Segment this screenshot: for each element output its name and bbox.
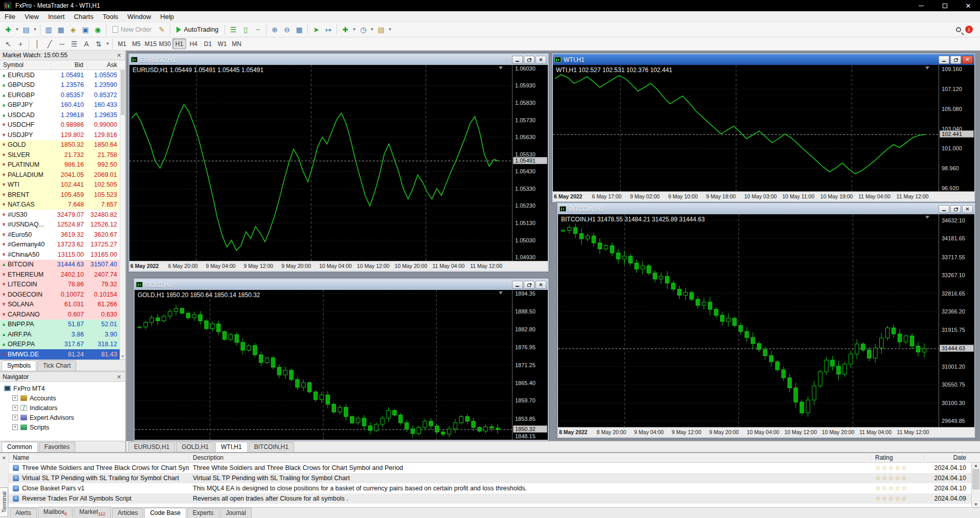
market-watch-row[interactable]: ▼ETHEREUM2402.102407.74 xyxy=(0,269,120,280)
market-watch-row[interactable]: ▼PALLADIUM2041.052069.01 xyxy=(0,170,120,180)
market-watch-row[interactable]: ▲GBPUSD1.235761.23590 xyxy=(0,80,120,91)
market-watch-row[interactable]: ▼DOGECOIN0.100720.10154 xyxy=(0,289,120,300)
chart-window-bitcoin-titlebar[interactable]: BITCOIN,H1 ✕ xyxy=(558,204,974,214)
chart-minimize-button[interactable] xyxy=(939,56,949,64)
chart-restore-button[interactable] xyxy=(524,56,534,64)
chart-tab-gold-h1[interactable]: GOLD,H1 xyxy=(176,442,214,452)
line-chart-mode-button[interactable]: ~ xyxy=(252,24,264,36)
market-watch-row[interactable]: ▼#Euro503619.323620.67 xyxy=(0,230,120,240)
terminal-tab-market[interactable]: Market112 xyxy=(74,507,111,518)
chart-window-wti-titlebar[interactable]: WTI,H1 ✕ xyxy=(553,54,974,65)
chart-minimize-button[interactable] xyxy=(512,56,523,64)
timeframe-m1-button[interactable]: M1 xyxy=(115,38,129,49)
terminal-tab-experts[interactable]: Experts xyxy=(187,508,219,518)
navigator-close-icon[interactable]: ✕ xyxy=(115,374,123,380)
price-scale[interactable]: 34632.1034181.6533717.5533267.1032816.65… xyxy=(939,214,974,427)
column-header-date[interactable]: Date xyxy=(924,454,971,461)
market-watch-row[interactable]: ▼#US3032479.0732480.82 xyxy=(0,210,120,220)
tab-favorites[interactable]: Favorites xyxy=(39,442,75,452)
fibonacci-tool-button[interactable]: ☰ xyxy=(68,38,80,50)
metaeditor-button[interactable]: ✎ xyxy=(155,24,168,36)
cursor-tool-button[interactable]: ↖ xyxy=(2,38,14,50)
new-chart-dropdown[interactable]: ▼ xyxy=(14,24,20,36)
codebase-row[interactable]: ≡Virtual SL TP Pending with SL Trailing … xyxy=(9,473,971,483)
expand-icon[interactable]: + xyxy=(12,415,18,420)
bitcoin-chart-area[interactable]: BITCOIN,H1 31478.55 31484.21 31425.89 31… xyxy=(558,214,974,437)
trendline-tool-button[interactable]: ╱ xyxy=(43,38,56,50)
chart-close-button[interactable]: ✕ xyxy=(962,56,973,64)
indicators-button[interactable]: ✚ xyxy=(339,24,351,36)
menu-help[interactable]: Help xyxy=(155,12,179,21)
market-watch-row[interactable]: ▼SILVER21.73221.758 xyxy=(0,150,120,160)
market-watch-row[interactable]: ▼BMWG.DE81.2481.43 xyxy=(0,349,120,359)
market-watch-row[interactable]: ▼WTI102.441102.505 xyxy=(0,180,120,190)
chart-shift-button[interactable]: ↦ xyxy=(322,24,335,36)
terminal-tab-alerts[interactable]: Alerts xyxy=(10,508,37,518)
periods-dropdown[interactable]: ▼ xyxy=(369,24,375,36)
market-watch-row[interactable]: ▲EURGBP0.853570.85372 xyxy=(0,90,120,100)
menu-insert[interactable]: Insert xyxy=(43,12,70,21)
terminal-side-tab[interactable]: Terminal xyxy=(1,487,8,517)
navigator-toggle[interactable]: ◈ xyxy=(67,24,79,36)
chart-tab-wti-h1[interactable]: WTI,H1 xyxy=(215,442,248,452)
column-header-description[interactable]: Description xyxy=(189,454,871,461)
tile-windows-button[interactable]: ▦ xyxy=(293,24,305,36)
menu-charts[interactable]: Charts xyxy=(69,12,98,21)
chart-restore-button[interactable] xyxy=(524,281,534,289)
text-tool-button[interactable]: A xyxy=(80,38,93,50)
market-watch-row[interactable]: ▼GOLD1850.321850.64 xyxy=(0,140,120,150)
market-watch-row[interactable]: ▼PLATINUM986.16992.50 xyxy=(0,160,120,170)
expand-icon[interactable]: + xyxy=(12,424,18,430)
maximize-button[interactable] xyxy=(933,0,956,11)
timeframe-h4-button[interactable]: H4 xyxy=(187,38,201,49)
menu-tools[interactable]: Tools xyxy=(98,12,123,21)
terminal-toggle[interactable]: ▣ xyxy=(79,24,92,36)
titlebar[interactable]: FxPro - MetaTrader 4 - WTI,H1 ✕ xyxy=(0,0,980,11)
market-watch-row[interactable]: ▼LITECOIN78.8679.32 xyxy=(0,280,120,290)
market-watch-toggle[interactable]: ▥ xyxy=(42,24,55,36)
menu-window[interactable]: Window xyxy=(123,12,155,21)
chart-tab-bitcoin-h1[interactable]: BITCOIN,H1 xyxy=(249,442,294,452)
timeframe-d1-button[interactable]: D1 xyxy=(201,38,215,49)
tab-symbols[interactable]: Symbols xyxy=(2,361,36,371)
market-watch-row[interactable]: ▼#Germany4013723.6213725.27 xyxy=(0,240,120,250)
chart-close-button[interactable]: ✕ xyxy=(536,281,546,289)
scroll-up-icon[interactable]: ▲ xyxy=(972,463,980,468)
navigator-titlebar[interactable]: Navigator ✕ xyxy=(0,372,125,382)
market-watch-titlebar[interactable]: Market Watch: 15:00:55 ✕ xyxy=(0,51,125,60)
column-header-ask[interactable]: Ask xyxy=(87,61,125,69)
tree-item-accounts[interactable]: +Accounts xyxy=(0,393,125,403)
menu-file[interactable]: File xyxy=(0,12,20,21)
tab-common[interactable]: Common xyxy=(2,442,38,452)
profiles-dropdown[interactable]: ▼ xyxy=(32,24,38,36)
chart-window-eurusd-titlebar[interactable]: EURUSD,H1 ✕ xyxy=(129,54,548,65)
market-watch-scrollbar[interactable]: ˅ xyxy=(120,70,125,359)
bar-chart-mode-button[interactable]: ☰ xyxy=(227,24,239,36)
templates-button[interactable]: ▤ xyxy=(375,24,387,36)
chart-window-gold-titlebar[interactable]: GOLD,H1 ✕ xyxy=(135,279,548,290)
indicators-dropdown[interactable]: ▼ xyxy=(351,24,357,36)
arrows-tool-button[interactable]: ⇅ xyxy=(93,38,105,50)
column-header-bid[interactable]: Bid xyxy=(51,61,87,69)
terminal-tab-articles[interactable]: Articles xyxy=(112,508,143,518)
market-watch-row[interactable]: ▼BRENT105.459105.523 xyxy=(0,190,120,200)
codebase-row[interactable]: ≡Reverse Trades For All Symbols ScriptRe… xyxy=(9,493,971,504)
arrows-tool-dropdown[interactable]: ▼ xyxy=(105,38,110,50)
time-scale[interactable]: 6 May 20226 May 20:009 May 04:009 May 12… xyxy=(129,261,548,271)
autotrading-button[interactable]: AutoTrading xyxy=(172,24,222,36)
codebase-row[interactable]: ≡Close Basket Pairs v1This MQL4 EA is de… xyxy=(9,483,971,493)
terminal-tab-mailbox[interactable]: Mailbox6 xyxy=(38,507,73,518)
tree-root-item[interactable]: FxPro MT4 xyxy=(0,384,125,393)
tree-item-scripts[interactable]: +Scripts xyxy=(0,422,125,432)
market-watch-row[interactable]: ▼USDCHF0.989860.99000 xyxy=(0,120,120,130)
periods-button[interactable]: ◷ xyxy=(357,24,369,36)
column-header-symbol[interactable]: Symbol xyxy=(0,61,51,69)
column-header-rating[interactable]: Rating xyxy=(871,454,924,461)
market-watch-row[interactable]: ▲USDCAD1.296181.29635 xyxy=(0,110,120,120)
market-watch-row[interactable]: ▲AIRF.PA3.863.90 xyxy=(0,329,120,340)
zoom-in-button[interactable]: ⊕ xyxy=(269,24,281,36)
chart-minimize-button[interactable] xyxy=(939,205,949,213)
market-watch-row[interactable]: ▼#ChinaA5013115.0013165.00 xyxy=(0,250,120,260)
vertical-line-tool-button[interactable]: │ xyxy=(31,38,43,50)
chart-close-button[interactable]: ✕ xyxy=(536,56,546,64)
